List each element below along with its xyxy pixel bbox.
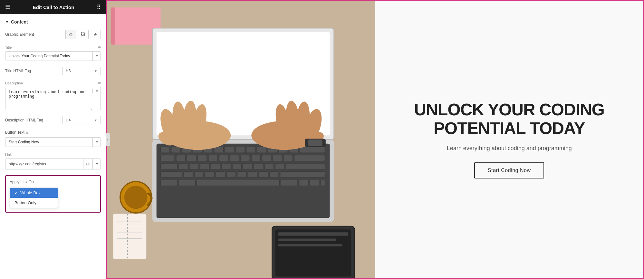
svg-rect-15 (246, 147, 255, 153)
svg-rect-36 (189, 163, 198, 169)
svg-rect-44 (275, 163, 284, 169)
svg-rect-91 (278, 238, 336, 241)
svg-rect-14 (236, 147, 245, 153)
content-section-label: Content (11, 19, 28, 24)
svg-rect-50 (216, 172, 225, 178)
svg-rect-8 (171, 147, 180, 153)
preview-cta-button[interactable]: Start Coding Now (474, 162, 544, 178)
svg-rect-49 (205, 172, 214, 178)
title-input-group: ≡ (5, 51, 101, 61)
svg-rect-12 (214, 147, 223, 153)
description-html-tag-label: Description HTML Tag (5, 118, 43, 122)
title-html-tag-row: Title HTML Tag H3 ▼ (5, 67, 101, 75)
svg-rect-20 (300, 147, 325, 153)
svg-rect-54 (259, 172, 268, 178)
collapse-handle[interactable] (106, 133, 110, 146)
apply-link-dropdown: ✓ Whole Box Button Only (10, 188, 58, 208)
grid-icon[interactable]: ⠿ (97, 4, 101, 11)
svg-rect-46 (161, 172, 182, 178)
panel-body: ▼ Content Graphic Element ⊘ 🖼 ★ Title ⊕ … (0, 14, 106, 279)
svg-rect-47 (184, 172, 193, 178)
title-input[interactable] (5, 52, 92, 61)
preview-description: Learn everything about coding and progra… (447, 144, 572, 153)
svg-rect-35 (179, 163, 188, 169)
svg-rect-21 (161, 155, 175, 161)
link-input-group: ⚙ ≡ (5, 159, 101, 169)
apply-link-label: Apply Link On (10, 180, 96, 184)
graphic-element-label: Graphic Element (5, 32, 34, 37)
svg-rect-89 (275, 229, 351, 276)
title-field-row: Title ⊕ ≡ (5, 45, 101, 61)
preview-main-title: UNLOCK YOUR CODING POTENTIAL TODAY (388, 101, 631, 137)
svg-rect-39 (222, 163, 231, 169)
graphic-element-row: Graphic Element ⊘ 🖼 ★ (5, 30, 101, 39)
button-text-label: Button Text ⊕ (5, 130, 28, 135)
apply-link-button-only[interactable]: Button Only (10, 198, 58, 208)
svg-rect-41 (243, 163, 252, 169)
svg-rect-2 (111, 7, 115, 44)
svg-rect-53 (248, 172, 257, 178)
svg-rect-29 (251, 155, 260, 161)
svg-rect-25 (208, 155, 217, 161)
arrow-icon: ▼ (5, 20, 9, 24)
description-html-tag-row: Description HTML Tag H4 ▼ (5, 116, 101, 124)
preview-text-side: UNLOCK YOUR CODING POTENTIAL TODAY Learn… (375, 1, 644, 278)
svg-rect-32 (284, 155, 293, 161)
svg-rect-30 (262, 155, 271, 161)
svg-rect-90 (278, 232, 349, 236)
link-label: Link (5, 153, 101, 157)
scene-svg (107, 1, 375, 278)
graphic-none-btn[interactable]: ⊘ (65, 30, 76, 39)
link-options-btn[interactable]: ≡ (92, 159, 101, 169)
dynamic-tag: ⊕ (26, 131, 28, 134)
graphic-buttons: ⊘ 🖼 ★ (65, 30, 101, 39)
title-label: Title ⊕ (5, 45, 101, 49)
svg-rect-48 (195, 172, 204, 178)
svg-rect-55 (270, 172, 279, 178)
svg-rect-60 (281, 180, 297, 186)
svg-point-81 (124, 186, 148, 209)
left-panel: ☰ Edit Call to Action ⠿ ▼ Content Graphi… (0, 0, 106, 279)
svg-rect-31 (273, 155, 282, 161)
svg-rect-52 (237, 172, 246, 178)
button-text-options-btn[interactable]: ≡ (92, 138, 101, 147)
link-settings-btn[interactable]: ⚙ (83, 159, 92, 169)
description-label: Description ⊕ (5, 81, 101, 85)
svg-rect-51 (226, 172, 235, 178)
svg-rect-34 (161, 163, 177, 169)
button-text-input[interactable] (5, 138, 92, 147)
svg-rect-33 (294, 155, 325, 161)
description-input-group: Learn everything about coding and progra… (5, 87, 101, 110)
title-options-btn[interactable]: ≡ (92, 52, 101, 61)
description-html-tag-select[interactable]: H4 ▼ (62, 116, 101, 124)
button-text-label-row: Button Text ⊕ (5, 130, 101, 135)
title-html-tag-label: Title HTML Tag (5, 69, 31, 73)
graphic-image-btn[interactable]: 🖼 (78, 30, 89, 39)
description-options-btn[interactable]: ≡ (92, 89, 101, 93)
apply-link-whole-box[interactable]: ✓ Whole Box (10, 188, 58, 198)
svg-rect-40 (232, 163, 241, 169)
title-html-tag-select[interactable]: H3 ▼ (62, 67, 101, 75)
svg-rect-62 (310, 180, 319, 186)
check-icon: ✓ (14, 191, 18, 195)
content-section-header: ▼ Content (5, 19, 101, 24)
link-input[interactable] (5, 159, 83, 168)
description-textarea[interactable]: Learn everything about coding and progra… (5, 87, 92, 110)
link-field-row: Link ⚙ ≡ (5, 153, 101, 169)
svg-rect-7 (161, 147, 170, 153)
preview-area: UNLOCK YOUR CODING POTENTIAL TODAY Learn… (106, 0, 644, 279)
svg-rect-38 (211, 163, 220, 169)
panel-header: ☰ Edit Call to Action ⠿ (0, 0, 106, 14)
svg-rect-26 (219, 155, 228, 161)
svg-rect-59 (197, 180, 279, 186)
graphic-star-btn[interactable]: ★ (90, 30, 101, 39)
preview-image-side (107, 1, 375, 278)
hamburger-icon[interactable]: ☰ (5, 4, 10, 11)
svg-rect-37 (200, 163, 209, 169)
svg-rect-23 (187, 155, 196, 161)
right-panel: UNLOCK YOUR CODING POTENTIAL TODAY Learn… (106, 0, 644, 279)
svg-rect-61 (299, 180, 308, 186)
svg-rect-45 (286, 163, 325, 169)
svg-rect-27 (230, 155, 239, 161)
svg-rect-92 (278, 244, 342, 246)
